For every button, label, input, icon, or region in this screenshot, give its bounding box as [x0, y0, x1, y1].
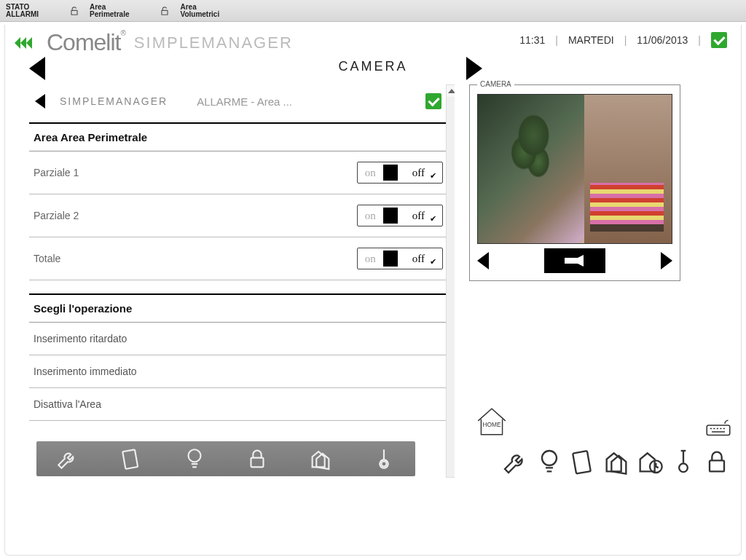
area-perimetrale-status: Area Perimetrale — [66, 2, 135, 20]
status-label: STATO — [6, 4, 39, 11]
svg-rect-14 — [573, 451, 591, 473]
svg-marker-2 — [15, 37, 20, 49]
svg-point-13 — [542, 451, 557, 465]
security-icon[interactable] — [702, 447, 731, 476]
clock: 11:31 | MARTEDI | 11/06/2013 | — [519, 32, 727, 48]
card-icon[interactable] — [119, 446, 144, 471]
svg-point-8 — [381, 462, 386, 467]
bulb-icon[interactable] — [182, 446, 207, 471]
brand-name: Comelit — [47, 29, 120, 56]
camera-panel: CAMERA HOME — [466, 80, 739, 482]
breadcrumb-current: ALLARME - Area ... — [197, 95, 292, 108]
lock-open-icon — [160, 6, 170, 16]
scroll-up-button[interactable] — [447, 85, 455, 97]
operations-section-header: Scegli l'operazione — [29, 293, 447, 323]
breadcrumb: SIMPLEMANAGER ALLARME - Area ... — [29, 84, 447, 122]
camera-feed[interactable] — [477, 94, 672, 244]
partial-2-toggle[interactable]: on off✔ — [357, 205, 443, 226]
wrench-icon[interactable] — [55, 446, 80, 471]
partial-1-row: Parziale 1 on off✔ — [29, 151, 447, 194]
camera-next-button[interactable] — [661, 252, 672, 269]
svg-rect-1 — [162, 10, 168, 15]
app-name: SIMPLEMANAGER — [134, 33, 293, 52]
keyboard-icon[interactable] — [705, 417, 731, 438]
immediate-arm-button[interactable]: Inserimento immediato — [29, 355, 447, 388]
thermometer-icon[interactable] — [372, 446, 396, 471]
row-label: Parziale 1 — [34, 167, 79, 178]
clock-date: 11/06/2013 — [637, 34, 688, 46]
scenes-icon[interactable] — [308, 446, 333, 471]
partial-1-toggle[interactable]: on off✔ — [357, 162, 443, 184]
status-ok-icon — [711, 32, 727, 48]
access-icon[interactable] — [568, 447, 597, 476]
energy-icon[interactable] — [635, 447, 664, 476]
area-volumetrici-status: Area Volumetrici — [157, 2, 225, 20]
scenarios-icon[interactable] — [602, 447, 631, 476]
quick-nav: HOME — [474, 403, 731, 476]
clock-time: 11:31 — [519, 34, 545, 46]
svg-rect-12 — [707, 425, 730, 435]
partial-2-row: Parziale 2 on off✔ — [29, 194, 447, 237]
svg-rect-17 — [710, 460, 724, 471]
camera-frame: CAMERA — [469, 84, 680, 281]
climate-icon[interactable] — [669, 447, 698, 476]
total-toggle[interactable]: on off✔ — [357, 248, 443, 269]
status-ok-icon — [425, 93, 441, 109]
total-row: Totale on off✔ — [29, 237, 447, 280]
row-label: Parziale 2 — [34, 210, 79, 221]
category-toolbar — [36, 441, 415, 476]
status-sub: ALLARMI — [6, 11, 39, 18]
svg-marker-10 — [578, 255, 584, 267]
lock-open-icon — [69, 6, 79, 16]
svg-rect-0 — [71, 10, 77, 15]
clock-day: MARTEDI — [568, 34, 614, 46]
page-title-row: CAMERA — [0, 56, 746, 80]
lights-icon[interactable] — [535, 447, 564, 476]
content-panel: SIMPLEMANAGER ALLARME - Area ... Area Ar… — [7, 80, 459, 482]
home-button[interactable]: HOME — [474, 403, 510, 438]
area-section-header: Area Area Perimetrale — [29, 122, 447, 151]
scrollbar[interactable] — [446, 84, 455, 478]
camera-thumbnail[interactable] — [544, 248, 605, 273]
svg-rect-5 — [122, 449, 138, 469]
svg-marker-4 — [26, 37, 32, 49]
comelit-mark-icon — [15, 32, 44, 54]
svg-point-16 — [679, 464, 688, 473]
camera-prev-button[interactable] — [477, 252, 489, 269]
prev-page-button[interactable] — [29, 57, 45, 80]
camera-label: CAMERA — [477, 80, 514, 88]
next-page-button[interactable] — [466, 57, 482, 80]
delayed-arm-button[interactable]: Inserimento ritardato — [29, 323, 447, 355]
top-status-bar: STATO ALLARMI Area Perimetrale Area Volu… — [0, 0, 746, 22]
breadcrumb-root[interactable]: SIMPLEMANAGER — [60, 95, 168, 107]
page-title: CAMERA — [338, 59, 407, 74]
svg-marker-3 — [20, 37, 26, 49]
alarm-status: STATO ALLARMI — [0, 2, 44, 20]
breadcrumb-back-button[interactable] — [35, 94, 45, 109]
settings-icon[interactable] — [501, 447, 530, 476]
svg-text:HOME: HOME — [483, 421, 501, 428]
row-label: Totale — [34, 253, 60, 264]
svg-rect-9 — [565, 258, 578, 264]
svg-point-6 — [188, 449, 200, 462]
header: Comelit® SIMPLEMANAGER 11:31 | MARTEDI |… — [0, 22, 746, 56]
brand-logo: Comelit® SIMPLEMANAGER — [15, 29, 293, 56]
svg-rect-7 — [251, 458, 264, 468]
lock-icon[interactable] — [245, 446, 270, 471]
disable-area-button[interactable]: Disattiva l'Area — [29, 388, 447, 421]
